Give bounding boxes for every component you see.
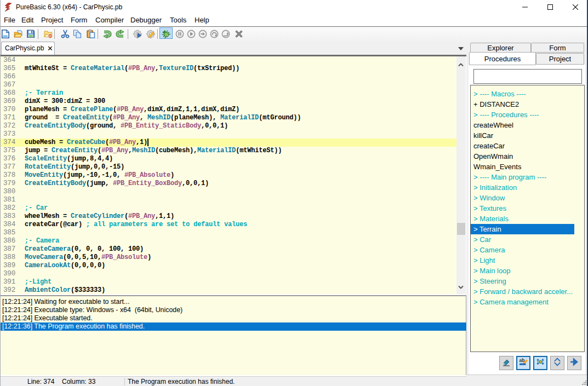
svg-text:ab: ab xyxy=(520,358,525,363)
